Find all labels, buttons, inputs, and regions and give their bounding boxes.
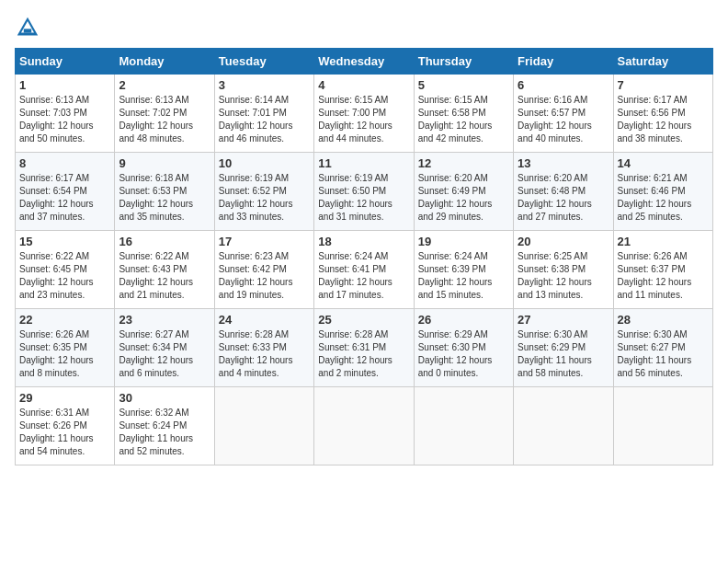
day-cell bbox=[613, 387, 712, 465]
day-number: 12 bbox=[418, 156, 509, 170]
day-cell: 2 Sunrise: 6:13 AMSunset: 7:02 PMDayligh… bbox=[115, 75, 214, 153]
day-cell bbox=[214, 387, 313, 465]
day-number: 3 bbox=[219, 78, 310, 92]
day-number: 4 bbox=[318, 78, 409, 92]
day-cell: 1 Sunrise: 6:13 AMSunset: 7:03 PMDayligh… bbox=[16, 75, 115, 153]
day-cell: 14 Sunrise: 6:21 AMSunset: 6:46 PMDaylig… bbox=[613, 153, 712, 231]
day-cell: 12 Sunrise: 6:20 AMSunset: 6:49 PMDaylig… bbox=[414, 153, 513, 231]
page-header bbox=[15, 15, 713, 40]
day-info: Sunrise: 6:26 AMSunset: 6:37 PMDaylight:… bbox=[618, 251, 692, 300]
day-number: 29 bbox=[19, 391, 110, 405]
day-cell: 3 Sunrise: 6:14 AMSunset: 7:01 PMDayligh… bbox=[214, 75, 313, 153]
day-info: Sunrise: 6:13 AMSunset: 7:03 PMDaylight:… bbox=[19, 95, 94, 144]
day-info: Sunrise: 6:17 AMSunset: 6:56 PMDaylight:… bbox=[618, 95, 692, 144]
day-info: Sunrise: 6:22 AMSunset: 6:43 PMDaylight:… bbox=[119, 251, 193, 300]
day-info: Sunrise: 6:13 AMSunset: 7:02 PMDaylight:… bbox=[119, 95, 193, 144]
logo bbox=[15, 15, 44, 40]
day-info: Sunrise: 6:15 AMSunset: 7:00 PMDaylight:… bbox=[318, 95, 392, 144]
day-number: 13 bbox=[518, 156, 609, 170]
day-info: Sunrise: 6:23 AMSunset: 6:42 PMDaylight:… bbox=[219, 251, 293, 300]
day-number: 1 bbox=[19, 78, 110, 92]
day-info: Sunrise: 6:28 AMSunset: 6:31 PMDaylight:… bbox=[318, 329, 392, 378]
day-cell: 30 Sunrise: 6:32 AMSunset: 6:24 PMDaylig… bbox=[115, 387, 214, 465]
day-cell: 26 Sunrise: 6:29 AMSunset: 6:30 PMDaylig… bbox=[414, 309, 513, 387]
svg-rect-2 bbox=[24, 29, 31, 32]
day-number: 17 bbox=[219, 235, 310, 248]
col-header-wednesday: Wednesday bbox=[314, 49, 414, 75]
day-info: Sunrise: 6:16 AMSunset: 6:57 PMDaylight:… bbox=[518, 95, 592, 144]
day-cell: 21 Sunrise: 6:26 AMSunset: 6:37 PMDaylig… bbox=[613, 231, 712, 309]
day-number: 26 bbox=[418, 313, 509, 327]
day-number: 21 bbox=[618, 235, 709, 248]
day-number: 23 bbox=[119, 313, 210, 327]
day-info: Sunrise: 6:24 AMSunset: 6:39 PMDaylight:… bbox=[418, 251, 493, 300]
day-cell: 17 Sunrise: 6:23 AMSunset: 6:42 PMDaylig… bbox=[214, 231, 313, 309]
day-info: Sunrise: 6:17 AMSunset: 6:54 PMDaylight:… bbox=[19, 173, 94, 222]
day-number: 18 bbox=[318, 235, 409, 248]
col-header-thursday: Thursday bbox=[414, 49, 513, 75]
day-info: Sunrise: 6:31 AMSunset: 6:26 PMDaylight:… bbox=[19, 408, 94, 456]
day-number: 6 bbox=[518, 78, 609, 92]
day-cell: 5 Sunrise: 6:15 AMSunset: 6:58 PMDayligh… bbox=[414, 75, 513, 153]
day-number: 19 bbox=[418, 235, 509, 248]
day-cell: 4 Sunrise: 6:15 AMSunset: 7:00 PMDayligh… bbox=[314, 75, 414, 153]
day-number: 30 bbox=[119, 391, 210, 405]
day-info: Sunrise: 6:32 AMSunset: 6:24 PMDaylight:… bbox=[119, 408, 193, 456]
week-row-2: 8 Sunrise: 6:17 AMSunset: 6:54 PMDayligh… bbox=[16, 153, 713, 231]
day-cell: 9 Sunrise: 6:18 AMSunset: 6:53 PMDayligh… bbox=[115, 153, 214, 231]
day-info: Sunrise: 6:27 AMSunset: 6:34 PMDaylight:… bbox=[119, 329, 193, 378]
day-cell bbox=[514, 387, 613, 465]
day-number: 14 bbox=[618, 156, 709, 170]
day-cell: 11 Sunrise: 6:19 AMSunset: 6:50 PMDaylig… bbox=[314, 153, 414, 231]
col-header-monday: Monday bbox=[115, 49, 214, 75]
day-info: Sunrise: 6:25 AMSunset: 6:38 PMDaylight:… bbox=[518, 251, 592, 300]
day-number: 10 bbox=[219, 156, 310, 170]
day-number: 16 bbox=[119, 235, 210, 248]
day-cell: 7 Sunrise: 6:17 AMSunset: 6:56 PMDayligh… bbox=[613, 75, 712, 153]
day-number: 27 bbox=[518, 313, 609, 327]
day-cell: 18 Sunrise: 6:24 AMSunset: 6:41 PMDaylig… bbox=[314, 231, 414, 309]
day-info: Sunrise: 6:20 AMSunset: 6:48 PMDaylight:… bbox=[518, 173, 592, 222]
day-cell: 19 Sunrise: 6:24 AMSunset: 6:39 PMDaylig… bbox=[414, 231, 513, 309]
day-cell: 8 Sunrise: 6:17 AMSunset: 6:54 PMDayligh… bbox=[16, 153, 115, 231]
day-cell: 25 Sunrise: 6:28 AMSunset: 6:31 PMDaylig… bbox=[314, 309, 414, 387]
week-row-5: 29 Sunrise: 6:31 AMSunset: 6:26 PMDaylig… bbox=[16, 387, 713, 465]
day-cell: 6 Sunrise: 6:16 AMSunset: 6:57 PMDayligh… bbox=[514, 75, 613, 153]
week-row-4: 22 Sunrise: 6:26 AMSunset: 6:35 PMDaylig… bbox=[16, 309, 713, 387]
day-number: 15 bbox=[19, 235, 110, 248]
day-cell bbox=[414, 387, 513, 465]
logo-icon bbox=[15, 15, 40, 40]
day-cell: 15 Sunrise: 6:22 AMSunset: 6:45 PMDaylig… bbox=[16, 231, 115, 309]
day-cell: 13 Sunrise: 6:20 AMSunset: 6:48 PMDaylig… bbox=[514, 153, 613, 231]
col-header-friday: Friday bbox=[514, 49, 613, 75]
day-info: Sunrise: 6:26 AMSunset: 6:35 PMDaylight:… bbox=[19, 329, 94, 378]
day-number: 5 bbox=[418, 78, 509, 92]
day-number: 8 bbox=[19, 156, 110, 170]
day-number: 11 bbox=[318, 156, 409, 170]
day-cell bbox=[314, 387, 414, 465]
col-header-tuesday: Tuesday bbox=[214, 49, 313, 75]
day-number: 9 bbox=[119, 156, 210, 170]
day-number: 2 bbox=[119, 78, 210, 92]
day-info: Sunrise: 6:15 AMSunset: 6:58 PMDaylight:… bbox=[418, 95, 493, 144]
calendar-table: SundayMondayTuesdayWednesdayThursdayFrid… bbox=[15, 48, 713, 465]
day-info: Sunrise: 6:14 AMSunset: 7:01 PMDaylight:… bbox=[219, 95, 293, 144]
day-cell: 28 Sunrise: 6:30 AMSunset: 6:27 PMDaylig… bbox=[613, 309, 712, 387]
day-number: 28 bbox=[618, 313, 709, 327]
day-info: Sunrise: 6:21 AMSunset: 6:46 PMDaylight:… bbox=[618, 173, 692, 222]
day-cell: 22 Sunrise: 6:26 AMSunset: 6:35 PMDaylig… bbox=[16, 309, 115, 387]
col-header-sunday: Sunday bbox=[16, 49, 115, 75]
week-row-3: 15 Sunrise: 6:22 AMSunset: 6:45 PMDaylig… bbox=[16, 231, 713, 309]
day-info: Sunrise: 6:20 AMSunset: 6:49 PMDaylight:… bbox=[418, 173, 493, 222]
day-info: Sunrise: 6:29 AMSunset: 6:30 PMDaylight:… bbox=[418, 329, 493, 378]
day-number: 24 bbox=[219, 313, 310, 327]
day-info: Sunrise: 6:30 AMSunset: 6:29 PMDaylight:… bbox=[518, 329, 592, 378]
day-cell: 20 Sunrise: 6:25 AMSunset: 6:38 PMDaylig… bbox=[514, 231, 613, 309]
day-number: 22 bbox=[19, 313, 110, 327]
day-info: Sunrise: 6:19 AMSunset: 6:52 PMDaylight:… bbox=[219, 173, 293, 222]
day-info: Sunrise: 6:22 AMSunset: 6:45 PMDaylight:… bbox=[19, 251, 94, 300]
day-info: Sunrise: 6:24 AMSunset: 6:41 PMDaylight:… bbox=[318, 251, 392, 300]
day-cell: 24 Sunrise: 6:28 AMSunset: 6:33 PMDaylig… bbox=[214, 309, 313, 387]
day-info: Sunrise: 6:30 AMSunset: 6:27 PMDaylight:… bbox=[618, 329, 692, 378]
day-number: 25 bbox=[318, 313, 409, 327]
